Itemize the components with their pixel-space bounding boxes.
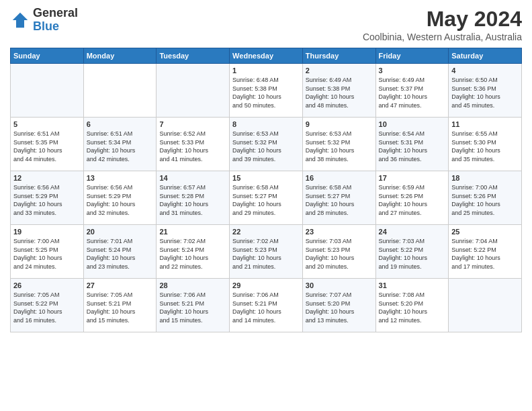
day-info: Sunrise: 7:07 AM Sunset: 5:20 PM Dayligh… (306, 291, 373, 324)
day-number: 5 (13, 120, 81, 128)
day-info: Sunrise: 6:54 AM Sunset: 5:31 PM Dayligh… (379, 130, 446, 163)
calendar-cell: 23Sunrise: 7:03 AM Sunset: 5:23 PM Dayli… (302, 225, 375, 279)
calendar-cell: 25Sunrise: 7:04 AM Sunset: 5:22 PM Dayli… (449, 225, 522, 279)
calendar-cell: 18Sunrise: 7:00 AM Sunset: 5:26 PM Dayli… (449, 171, 522, 225)
day-number: 15 (232, 174, 300, 182)
day-info: Sunrise: 7:05 AM Sunset: 5:22 PM Dayligh… (13, 291, 81, 324)
day-number: 18 (451, 174, 519, 182)
day-number: 23 (306, 228, 373, 236)
logo-icon (10, 10, 30, 30)
calendar-cell: 15Sunrise: 6:58 AM Sunset: 5:27 PM Dayli… (230, 171, 303, 225)
day-info: Sunrise: 6:53 AM Sunset: 5:32 PM Dayligh… (232, 130, 300, 163)
day-number: 14 (159, 174, 226, 182)
day-number: 9 (306, 120, 373, 128)
day-info: Sunrise: 6:56 AM Sunset: 5:29 PM Dayligh… (13, 183, 81, 217)
logo: General Blue (10, 7, 78, 34)
title-month: May 2024 (363, 7, 522, 32)
day-info: Sunrise: 7:03 AM Sunset: 5:22 PM Dayligh… (379, 237, 446, 271)
day-info: Sunrise: 6:53 AM Sunset: 5:32 PM Dayligh… (306, 130, 373, 163)
column-header-monday: Monday (83, 48, 157, 64)
day-number: 8 (232, 120, 300, 128)
day-number: 29 (232, 281, 300, 289)
day-number: 20 (87, 228, 154, 236)
calendar-cell: 5Sunrise: 6:51 AM Sunset: 5:35 PM Daylig… (11, 118, 84, 171)
day-number: 21 (159, 228, 226, 236)
column-header-saturday: Saturday (449, 48, 522, 64)
day-info: Sunrise: 7:02 AM Sunset: 5:24 PM Dayligh… (159, 237, 226, 271)
day-info: Sunrise: 6:50 AM Sunset: 5:36 PM Dayligh… (451, 76, 519, 109)
calendar-cell: 7Sunrise: 6:52 AM Sunset: 5:33 PM Daylig… (157, 118, 230, 171)
calendar-cell: 1Sunrise: 6:48 AM Sunset: 5:38 PM Daylig… (230, 64, 303, 118)
calendar-cell: 20Sunrise: 7:01 AM Sunset: 5:24 PM Dayli… (83, 225, 157, 279)
day-info: Sunrise: 7:00 AM Sunset: 5:26 PM Dayligh… (451, 183, 519, 217)
day-info: Sunrise: 7:06 AM Sunset: 5:21 PM Dayligh… (159, 291, 226, 324)
day-info: Sunrise: 7:02 AM Sunset: 5:23 PM Dayligh… (232, 237, 300, 271)
title-location: Coolbinia, Western Australia, Australia (363, 32, 522, 42)
calendar-cell: 24Sunrise: 7:03 AM Sunset: 5:22 PM Dayli… (375, 225, 449, 279)
day-number: 17 (379, 174, 446, 182)
calendar-cell: 6Sunrise: 6:51 AM Sunset: 5:34 PM Daylig… (83, 118, 157, 171)
day-info: Sunrise: 7:04 AM Sunset: 5:22 PM Dayligh… (451, 237, 519, 271)
day-number: 13 (87, 174, 154, 182)
calendar-cell: 28Sunrise: 7:06 AM Sunset: 5:21 PM Dayli… (157, 279, 230, 332)
calendar-cell: 11Sunrise: 6:55 AM Sunset: 5:30 PM Dayli… (449, 118, 522, 171)
calendar-cell: 8Sunrise: 6:53 AM Sunset: 5:32 PM Daylig… (230, 118, 303, 171)
day-number: 19 (13, 228, 81, 236)
day-info: Sunrise: 6:58 AM Sunset: 5:27 PM Dayligh… (306, 183, 373, 217)
day-info: Sunrise: 6:49 AM Sunset: 5:37 PM Dayligh… (379, 76, 446, 109)
calendar-cell (157, 64, 230, 118)
week-row-4: 19Sunrise: 7:00 AM Sunset: 5:25 PM Dayli… (11, 225, 522, 279)
header: General Blue May 2024 Coolbinia, Western… (10, 7, 522, 42)
calendar-cell: 17Sunrise: 6:59 AM Sunset: 5:26 PM Dayli… (375, 171, 449, 225)
calendar-table: SundayMondayTuesdayWednesdayThursdayFrid… (10, 48, 522, 332)
day-info: Sunrise: 6:51 AM Sunset: 5:34 PM Dayligh… (87, 130, 154, 163)
week-row-1: 1Sunrise: 6:48 AM Sunset: 5:38 PM Daylig… (11, 64, 522, 118)
week-row-2: 5Sunrise: 6:51 AM Sunset: 5:35 PM Daylig… (11, 118, 522, 171)
day-number: 11 (451, 120, 519, 128)
calendar-cell: 31Sunrise: 7:08 AM Sunset: 5:20 PM Dayli… (375, 279, 449, 332)
title-block: May 2024 Coolbinia, Western Australia, A… (363, 7, 522, 42)
column-header-friday: Friday (375, 48, 449, 64)
calendar-cell: 4Sunrise: 6:50 AM Sunset: 5:36 PM Daylig… (449, 64, 522, 118)
calendar-cell: 19Sunrise: 7:00 AM Sunset: 5:25 PM Dayli… (11, 225, 84, 279)
day-number: 27 (87, 281, 154, 289)
calendar-cell: 12Sunrise: 6:56 AM Sunset: 5:29 PM Dayli… (11, 171, 84, 225)
column-header-thursday: Thursday (302, 48, 375, 64)
day-info: Sunrise: 6:49 AM Sunset: 5:38 PM Dayligh… (306, 76, 373, 109)
day-number: 24 (379, 228, 446, 236)
calendar-cell: 29Sunrise: 7:06 AM Sunset: 5:21 PM Dayli… (230, 279, 303, 332)
day-info: Sunrise: 7:08 AM Sunset: 5:20 PM Dayligh… (379, 291, 446, 324)
day-number: 4 (451, 66, 519, 75)
day-number: 12 (13, 174, 81, 182)
calendar-cell: 21Sunrise: 7:02 AM Sunset: 5:24 PM Dayli… (157, 225, 230, 279)
day-info: Sunrise: 6:48 AM Sunset: 5:38 PM Dayligh… (232, 76, 300, 109)
day-number: 31 (379, 281, 446, 289)
day-info: Sunrise: 6:55 AM Sunset: 5:30 PM Dayligh… (451, 130, 519, 163)
calendar-cell: 10Sunrise: 6:54 AM Sunset: 5:31 PM Dayli… (375, 118, 449, 171)
week-row-3: 12Sunrise: 6:56 AM Sunset: 5:29 PM Dayli… (11, 171, 522, 225)
calendar-cell: 14Sunrise: 6:57 AM Sunset: 5:28 PM Dayli… (157, 171, 230, 225)
calendar-cell: 26Sunrise: 7:05 AM Sunset: 5:22 PM Dayli… (11, 279, 84, 332)
day-number: 25 (451, 228, 519, 236)
day-number: 3 (379, 66, 446, 75)
day-info: Sunrise: 6:52 AM Sunset: 5:33 PM Dayligh… (159, 130, 226, 163)
calendar-header-row: SundayMondayTuesdayWednesdayThursdayFrid… (11, 48, 522, 64)
column-header-wednesday: Wednesday (230, 48, 303, 64)
day-number: 22 (232, 228, 300, 236)
day-number: 26 (13, 281, 81, 289)
calendar-cell: 2Sunrise: 6:49 AM Sunset: 5:38 PM Daylig… (302, 64, 375, 118)
day-number: 10 (379, 120, 446, 128)
calendar-cell: 27Sunrise: 7:05 AM Sunset: 5:21 PM Dayli… (83, 279, 157, 332)
logo-text: General Blue (33, 7, 78, 34)
calendar-cell: 30Sunrise: 7:07 AM Sunset: 5:20 PM Dayli… (302, 279, 375, 332)
calendar-cell: 3Sunrise: 6:49 AM Sunset: 5:37 PM Daylig… (375, 64, 449, 118)
day-info: Sunrise: 6:57 AM Sunset: 5:28 PM Dayligh… (159, 183, 226, 217)
calendar-cell: 16Sunrise: 6:58 AM Sunset: 5:27 PM Dayli… (302, 171, 375, 225)
day-number: 30 (306, 281, 373, 289)
week-row-5: 26Sunrise: 7:05 AM Sunset: 5:22 PM Dayli… (11, 279, 522, 332)
day-info: Sunrise: 7:00 AM Sunset: 5:25 PM Dayligh… (13, 237, 81, 271)
calendar-cell: 13Sunrise: 6:56 AM Sunset: 5:29 PM Dayli… (83, 171, 157, 225)
day-info: Sunrise: 6:58 AM Sunset: 5:27 PM Dayligh… (232, 183, 300, 217)
day-number: 2 (306, 66, 373, 75)
calendar-cell (11, 64, 84, 118)
